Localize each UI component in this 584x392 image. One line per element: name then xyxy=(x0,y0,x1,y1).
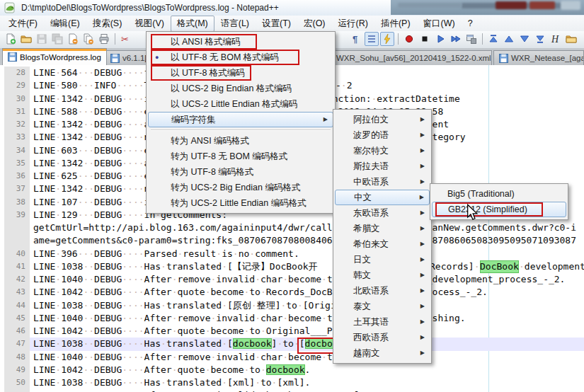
folder-partial-button[interactable] xyxy=(564,32,578,46)
macro-run-multiple-button[interactable] xyxy=(449,32,463,46)
menu-item-label: 以 UCS-2 Little Endian 格式编码 xyxy=(171,99,297,109)
close-all-button[interactable] xyxy=(81,32,96,46)
new-file-button[interactable] xyxy=(4,32,18,46)
whitespace-dot: · xyxy=(133,209,139,220)
whitespace-dot: · xyxy=(88,145,94,156)
whitespace-dot: · xyxy=(122,300,127,311)
menubar-item-2[interactable]: 编辑(E) xyxy=(44,16,86,32)
menubar-item-10[interactable]: 插件(P) xyxy=(374,16,417,32)
whitespace-dot: · xyxy=(139,158,144,168)
charset-menu-item-15[interactable]: 西欧语系▶ xyxy=(335,330,430,345)
whitespace-dot: · xyxy=(216,248,222,259)
submenu-arrow-icon: ▶ xyxy=(420,314,425,330)
line-number: 42 xyxy=(4,273,30,286)
cut-button[interactable]: ✂ xyxy=(119,32,133,46)
open-folder-button[interactable] xyxy=(19,32,33,46)
whitespace-dot: · xyxy=(127,313,133,323)
charset-menu-item-13[interactable]: 泰文▶ xyxy=(335,299,430,314)
go-last-button[interactable] xyxy=(533,32,547,46)
format-menu-item-4[interactable]: 以 UCS-2 Big Endian 格式编码 xyxy=(148,81,333,96)
whitespace-dot: · xyxy=(88,300,94,311)
macro-save-button[interactable] xyxy=(464,32,479,46)
format-menu-item-5[interactable]: 以 UCS-2 Little Endian 格式编码 xyxy=(148,96,333,112)
menu-item-label: 西欧语系 xyxy=(353,333,389,342)
format-menu-item-9[interactable]: 转为 UTF-8 无 BOM 编码格式 xyxy=(148,149,333,164)
charset-menu-item-4[interactable]: 斯拉夫语▶ xyxy=(335,158,430,174)
indent-guide-button[interactable] xyxy=(365,32,379,46)
print-button[interactable] xyxy=(97,32,111,46)
menu-item-label: 中欧语系 xyxy=(353,177,389,187)
format-menu-item-11[interactable]: 转为 UCS-2 Big Endian 编码格式 xyxy=(148,180,333,195)
line-number: 28 xyxy=(4,67,30,79)
whitespace-dot: · xyxy=(122,145,127,156)
menubar-item-1[interactable]: 文件(F) xyxy=(2,16,44,32)
menubar-item-8[interactable]: 宏(O) xyxy=(297,16,332,32)
function-list-button[interactable] xyxy=(380,32,394,46)
charset-menu-item-14[interactable]: 土耳其语▶ xyxy=(335,314,430,330)
tab-4[interactable]: WXR_Netease_[againi xyxy=(493,50,584,65)
tab-1[interactable]: BlogsToWordpress.log xyxy=(2,48,107,65)
macro-stop-button[interactable] xyxy=(418,32,432,46)
charset-menu-item-16[interactable]: 越南文▶ xyxy=(335,345,430,361)
menu-item-label: GB2312 (Simplified) xyxy=(448,204,527,214)
menubar-item-7[interactable]: 设置(T) xyxy=(256,16,297,32)
whitespace-dot: · xyxy=(161,261,166,272)
close-file-button[interactable] xyxy=(66,32,80,46)
menubar-item-5[interactable]: 格式(M) xyxy=(171,16,214,32)
letter-h-button[interactable]: H xyxy=(549,32,563,46)
text-segment: -·2 xyxy=(336,79,352,92)
whitespace-dot: · xyxy=(88,364,94,375)
charset-menu-item-12[interactable]: 北欧语系▶ xyxy=(335,283,430,299)
menubar-item-11[interactable]: 窗口(W) xyxy=(417,16,462,32)
whitespace-dot: · xyxy=(88,209,94,220)
format-menu-item-8[interactable]: 转为 ANSI 编码格式 xyxy=(148,133,333,149)
log-row: 43LINE·1042··DEBUG····After·quote·become… xyxy=(0,286,584,299)
format-menu-item-3[interactable]: 以 UTF-8 格式编码 xyxy=(148,65,333,81)
menubar-item-12[interactable]: ? xyxy=(462,16,479,30)
whitespace-dot: · xyxy=(122,209,127,220)
charset-menu-item-6[interactable]: 中文▶ xyxy=(335,190,430,205)
charset-menu-item-1[interactable]: 阿拉伯文▶ xyxy=(335,112,430,127)
whitespace-dot: · xyxy=(139,93,144,104)
menubar-item-4[interactable]: 视图(V) xyxy=(128,16,171,32)
format-menu-item-1[interactable]: 以 ANSI 格式编码 xyxy=(148,34,333,50)
charset-menu-item-7[interactable]: 东欧语系▶ xyxy=(335,205,430,221)
chinese-menu-item-2[interactable]: GB2312 (Simplified) xyxy=(432,202,566,217)
go-prev-button[interactable] xyxy=(502,32,516,46)
whitespace-dot: · xyxy=(260,325,266,336)
charset-menu-item-5[interactable]: 中欧语系▶ xyxy=(335,174,430,190)
menubar-item-9[interactable]: 运行(R) xyxy=(332,16,374,32)
charset-menu-item-3[interactable]: 塞尔特文▶ xyxy=(335,143,430,158)
menubar-item-3[interactable]: 搜索(S) xyxy=(86,16,129,32)
log-row: 51LINE·1040··DEBUG····After·remove·inval… xyxy=(0,389,584,392)
saved-file-icon xyxy=(110,54,120,63)
saved-file-icon xyxy=(499,54,508,63)
tab-label: WXR_Netease_[againi xyxy=(511,54,584,62)
tab-3[interactable]: WXR_Sohu_[av56]_20120419_1522-0.xml xyxy=(319,50,492,65)
charset-menu-item-11[interactable]: 韩文▶ xyxy=(335,267,430,283)
whitespace-dot: · xyxy=(172,325,178,336)
show-all-chars-button[interactable]: ¶ xyxy=(349,32,363,46)
tab-label: WXR_Sohu_[av56]_20120419_1522-0.xml xyxy=(336,54,491,62)
macro-record-button[interactable] xyxy=(402,32,416,46)
menu-item-label: 日文 xyxy=(353,255,371,265)
chinese-menu-item-1[interactable]: Big5 (Traditional) xyxy=(432,186,566,202)
whitespace-dot: · xyxy=(55,274,61,284)
menu-item-label: 波罗的语 xyxy=(353,130,389,140)
macro-play-button[interactable] xyxy=(433,32,447,46)
go-first-button[interactable] xyxy=(486,32,500,46)
format-menu-item-10[interactable]: 转为 UTF-8 编码格式 xyxy=(148,164,333,180)
charset-menu-item-10[interactable]: 日文▶ xyxy=(335,252,430,267)
format-menu-item-2[interactable]: ●以 UTF-8 无 BOM 格式编码 xyxy=(148,50,333,65)
tab-label: BlogsToWordpress.log xyxy=(20,53,101,62)
go-next-button[interactable] xyxy=(517,32,532,46)
format-menu-item-6[interactable]: 编码字符集▶ xyxy=(148,112,333,127)
charset-menu-item-2[interactable]: 波罗的语▶ xyxy=(335,127,430,143)
format-menu-item-12[interactable]: 转为 UCS-2 Little Endian 编码格式 xyxy=(148,195,333,211)
charset-menu-item-9[interactable]: 希伯来文▶ xyxy=(335,236,430,252)
menubar-item-6[interactable]: 语言(L) xyxy=(214,16,256,32)
submenu-arrow-icon: ▶ xyxy=(420,112,425,127)
log-text: LINE·1038··DEBUG····Has·translated·[docb… xyxy=(30,338,584,350)
whitespace-dot: · xyxy=(133,261,139,272)
charset-menu-item-8[interactable]: 希腊文▶ xyxy=(335,221,430,236)
